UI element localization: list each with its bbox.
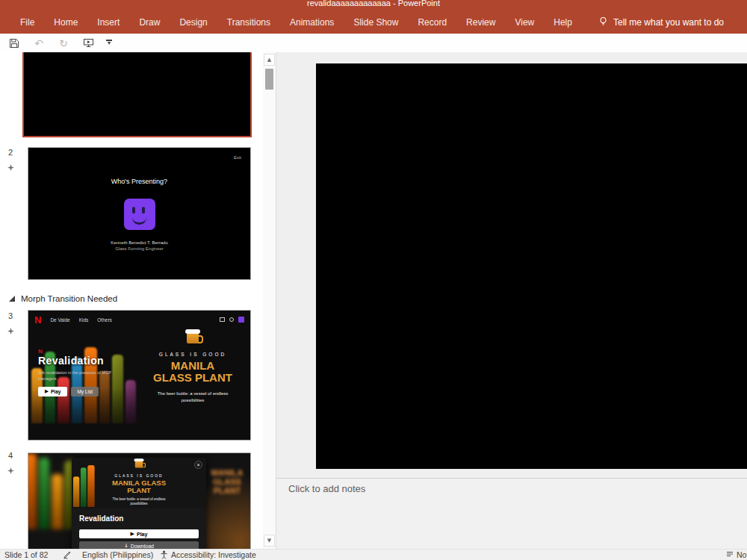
undo-icon[interactable]: ↶ <box>32 37 46 50</box>
slide-canvas[interactable] <box>316 63 747 469</box>
search-icon <box>229 317 234 322</box>
nav-item: De Valde <box>50 317 69 323</box>
lightbulb-icon <box>598 16 608 28</box>
section-header-morph[interactable]: Morph Transition Needed <box>9 294 117 303</box>
thumbnail-slide-3[interactable]: N De Valde Kids Others N Revalidation Jo… <box>28 310 251 441</box>
play-icon: ▶ <box>131 531 134 537</box>
tab-animations[interactable]: Animations <box>280 11 344 34</box>
title-detail-card: GLASS IS GOOD MANILA GLASS PLANT The bee… <box>72 458 206 549</box>
blurred-title-right: MANILA GLASS PLANT <box>205 468 249 495</box>
scroll-up-icon[interactable]: ▲ <box>264 54 275 66</box>
presenting-title: Who's Presenting? <box>28 178 250 185</box>
title-bar: revalidaaaaaaaaaaaaa - PowerPoint <box>0 0 747 10</box>
show-title: Revalidation <box>79 514 123 523</box>
main-title: MANILA GLASS PLANT <box>111 479 167 495</box>
tell-me-label: Tell me what you want to do <box>613 17 724 28</box>
section-title: Morph Transition Needed <box>21 294 117 303</box>
tab-record[interactable]: Record <box>408 11 456 34</box>
slide-number: 4 <box>8 451 13 460</box>
show-title: Revalidation <box>38 355 135 367</box>
netflix-mark-icon: N <box>38 348 135 355</box>
tab-transitions[interactable]: Transitions <box>217 11 280 34</box>
netflix-logo: N <box>34 315 41 325</box>
tell-me-box[interactable]: Tell me what you want to do <box>598 16 724 28</box>
slide-thumbnail-panel: 2 Exit Who's Presenting? Kenneth Benedic… <box>0 52 263 549</box>
window-title: revalidaaaaaaaaaaaaa - PowerPoint <box>0 0 747 7</box>
thumbnail-slide-1[interactable] <box>22 52 252 137</box>
animation-star-icon[interactable] <box>7 464 14 477</box>
tagline: GLASS IS GOOD <box>142 352 244 357</box>
tab-insert[interactable]: Insert <box>87 11 129 34</box>
slideshow-icon[interactable] <box>81 37 95 50</box>
nav-item: Others <box>97 317 112 323</box>
card-media: GLASS IS GOOD MANILA GLASS PLANT The bee… <box>72 458 206 508</box>
close-icon: × <box>194 461 202 469</box>
my-list-button: My List <box>71 387 99 396</box>
play-button: ▶Play <box>38 387 67 396</box>
save-icon[interactable] <box>7 37 21 50</box>
notes-pane[interactable]: Click to add notes <box>276 478 747 549</box>
play-icon: ▶ <box>45 388 49 394</box>
animation-star-icon[interactable] <box>7 324 14 337</box>
slide-number: 2 <box>8 148 13 157</box>
section-collapse-icon <box>9 296 15 302</box>
glass-title-block: GLASS IS GOOD MANILA GLASS PLANT The bee… <box>142 329 244 404</box>
tab-view[interactable]: View <box>505 11 544 34</box>
smiley-avatar <box>124 199 155 230</box>
avatar-icon <box>238 317 244 323</box>
presenter-role: Glass Forming Engineer <box>28 246 250 251</box>
nav-item: Kids <box>79 317 89 323</box>
animation-star-icon[interactable] <box>7 161 14 174</box>
show-info-block: N Revalidation Job revalidation in the p… <box>38 348 135 396</box>
tab-review[interactable]: Review <box>456 11 505 34</box>
tab-file[interactable]: File <box>10 11 44 34</box>
tab-draw[interactable]: Draw <box>129 11 170 34</box>
tab-slide-show[interactable]: Slide Show <box>344 11 408 34</box>
blurred-bottles-left <box>28 453 76 529</box>
slide-editing-area <box>276 52 747 478</box>
ink-pen-icon[interactable] <box>63 550 72 560</box>
accessibility-icon <box>160 550 168 560</box>
notes-icon <box>726 550 734 559</box>
ribbon-tabs: File Home Insert Draw Design Transitions… <box>0 10 747 34</box>
play-button: ▶Play <box>79 529 199 538</box>
accessibility-status[interactable]: Accessibility: Investigate <box>171 550 256 560</box>
caption-text: The beer bottle: a vessel of endless pos… <box>111 497 167 508</box>
thumbnail-slide-4[interactable]: MANILA GLASS PLANT GLASS IS GOOD MANILA … <box>28 452 251 549</box>
caption-text: The beer bottle: a vessel of endless pos… <box>154 391 232 404</box>
main-title: MANILA GLASS PLANT <box>151 360 235 384</box>
download-icon: ↓ <box>124 543 128 549</box>
download-button: ↓Download <box>79 541 199 549</box>
mini-bottles-image <box>73 465 95 507</box>
netflix-navbar: N De Valde Kids Others <box>28 314 250 325</box>
notes-toggle-button[interactable]: Notes <box>737 550 747 560</box>
slide-number: 3 <box>8 311 13 320</box>
slide-count-indicator[interactable]: Slide 1 of 82 <box>4 550 48 560</box>
tab-home[interactable]: Home <box>44 11 87 34</box>
redo-icon[interactable]: ↻ <box>57 37 70 50</box>
scrollbar-thumb[interactable] <box>265 69 273 90</box>
cast-icon <box>220 317 225 322</box>
notes-placeholder[interactable]: Click to add notes <box>288 483 365 494</box>
thumbnail-slide-2[interactable]: Exit Who's Presenting? Kenneth Benedict … <box>28 147 251 280</box>
quick-access-toolbar: ↶ ↻ ▾ <box>0 34 747 52</box>
qat-customize-icon[interactable]: ▾ <box>106 40 112 46</box>
tab-help[interactable]: Help <box>544 11 582 34</box>
language-indicator[interactable]: English (Philippines) <box>82 550 153 560</box>
exit-label: Exit <box>234 155 241 160</box>
beer-mug-icon <box>187 333 199 343</box>
powerpoint-window: revalidaaaaaaaaaaaaa - PowerPoint File H… <box>0 0 747 560</box>
tab-design[interactable]: Design <box>170 11 217 34</box>
show-subtitle: Job revalidation in the presence of MGP … <box>38 370 126 382</box>
presenter-name: Kenneth Benedict T. Berrado <box>28 240 250 246</box>
beer-mug-icon <box>135 461 143 467</box>
thumbnail-scrollbar[interactable]: ▲ ▼ <box>263 52 276 549</box>
scroll-down-icon[interactable]: ▼ <box>264 535 275 547</box>
status-bar: Slide 1 of 82 English (Philippines) Acce… <box>0 549 747 560</box>
